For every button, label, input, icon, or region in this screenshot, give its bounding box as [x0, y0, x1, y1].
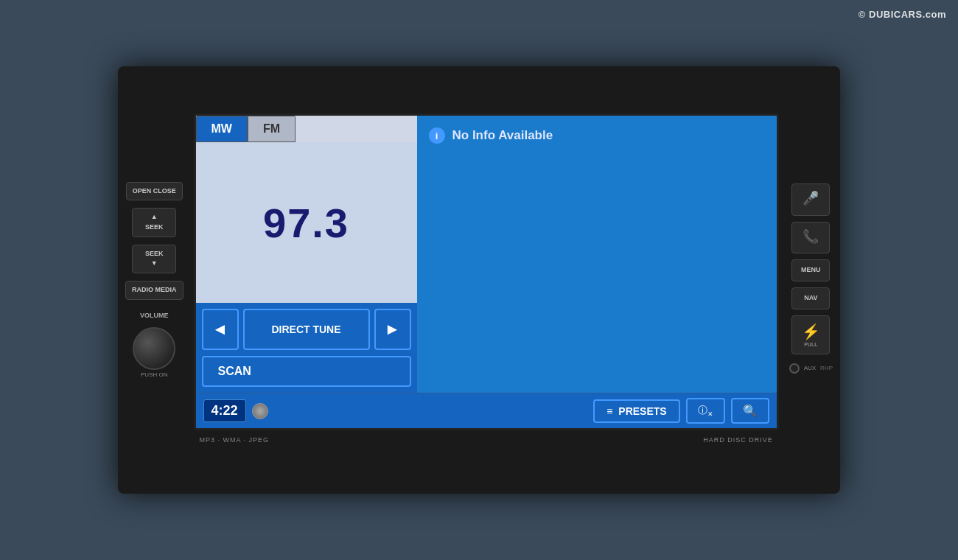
phone-icon: 📞	[797, 228, 825, 245]
presets-button[interactable]: ≡ PRESETS	[593, 399, 680, 423]
info-detail-icon: ⓘ✕	[698, 404, 713, 418]
push-on-label: PUSH ON	[133, 371, 175, 378]
screen: MW FM 97.3 ◄ DIRECT TUNE ► SCAN	[194, 113, 779, 430]
volume-label: VOLUME	[133, 307, 175, 325]
volume-knob[interactable]	[133, 327, 175, 370]
usb-button[interactable]: ⚡ PULL	[791, 315, 830, 354]
watermark: © DUBICARS.com	[859, 9, 946, 20]
radio-media-button[interactable]: RADIO MEDIA	[125, 281, 183, 300]
search-icon: 🔍	[743, 404, 758, 418]
info-bar: i No Info Available	[429, 127, 765, 144]
left-controls: OPEN CLOSE ▲ SEEK SEEK ▼ RADIO MEDIA VOL…	[125, 182, 183, 379]
tab-mw[interactable]: MW	[196, 116, 248, 142]
left-panel: MW FM 97.3 ◄ DIRECT TUNE ► SCAN	[196, 116, 417, 393]
info-detail-button[interactable]: ⓘ✕	[686, 398, 725, 424]
status-bar: 4:22 ≡ PRESETS ⓘ✕ 🔍	[196, 393, 777, 428]
seek-down-arrow-icon: ▼	[151, 259, 158, 268]
scan-row: SCAN	[196, 356, 417, 393]
menu-icon: ≡	[606, 405, 612, 417]
center-section: MW FM 97.3 ◄ DIRECT TUNE ► SCAN	[194, 113, 779, 447]
seek-down-label: SEEK	[145, 250, 164, 259]
bottom-labels: MP3 · WMA · JPEG HARD DISC DRIVE	[194, 433, 779, 447]
info-icon: i	[429, 127, 445, 144]
format-label: MP3 · WMA · JPEG	[200, 436, 270, 444]
phone-button[interactable]: 📞	[791, 222, 830, 253]
prev-button[interactable]: ◄	[202, 309, 239, 350]
menu-button[interactable]: MENU	[791, 259, 830, 281]
tab-bar: MW FM	[196, 116, 417, 142]
frequency-display: 97.3	[196, 142, 417, 303]
scan-button[interactable]: SCAN	[202, 356, 411, 387]
seek-down-button[interactable]: SEEK ▼	[132, 245, 176, 273]
bluetooth-button[interactable]: 🎤	[791, 183, 830, 215]
nav-button[interactable]: NAV	[791, 287, 830, 309]
right-panel: i No Info Available	[417, 116, 777, 393]
time-display: 4:22	[203, 399, 246, 422]
seek-up-label: SEEK	[145, 223, 164, 232]
tune-controls: ◄ DIRECT TUNE ►	[196, 303, 417, 356]
head-unit: OPEN CLOSE ▲ SEEK SEEK ▼ RADIO MEDIA VOL…	[118, 66, 840, 494]
tab-fm[interactable]: FM	[248, 116, 296, 142]
screen-top: MW FM 97.3 ◄ DIRECT TUNE ► SCAN	[196, 116, 777, 393]
aux-label: AUX	[804, 365, 816, 371]
no-info-text: No Info Available	[452, 128, 553, 143]
open-close-button[interactable]: OPEN CLOSE	[126, 182, 183, 201]
direct-tune-button[interactable]: DIRECT TUNE	[243, 309, 370, 350]
right-controls: 🎤 📞 MENU NAV ⚡ PULL AUX RHP	[789, 183, 833, 376]
pull-label: PULL	[797, 341, 825, 348]
rhp-label: RHP	[820, 365, 833, 371]
presets-label: PRESETS	[618, 405, 666, 417]
seek-up-arrow-icon: ▲	[151, 213, 158, 222]
next-button[interactable]: ►	[374, 309, 411, 350]
search-button[interactable]: 🔍	[731, 398, 769, 424]
aux-port[interactable]	[789, 363, 800, 374]
usb-icon: ⚡	[802, 323, 820, 340]
seek-up-button[interactable]: ▲ SEEK	[132, 208, 176, 237]
cd-icon	[252, 403, 268, 419]
hdd-label: HARD DISC DRIVE	[703, 436, 773, 444]
bluetooth-icon: 🎤	[797, 190, 825, 207]
